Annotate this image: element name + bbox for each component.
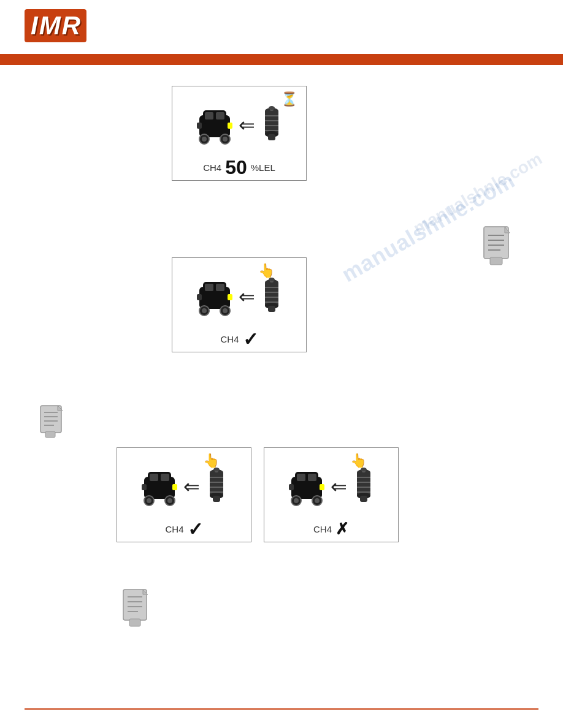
svg-rect-86 — [360, 496, 367, 502]
diagram-label-row-1: CH4 50 %LEL — [176, 158, 302, 176]
car-icon-4 — [288, 466, 326, 507]
diagram-box-4: 👆 ⇐ — [264, 447, 399, 542]
arrow-left-4: ⇐ — [331, 477, 347, 496]
svg-rect-56 — [161, 474, 169, 481]
svg-rect-61 — [142, 484, 147, 490]
svg-rect-82 — [320, 484, 324, 490]
svg-rect-62 — [172, 484, 177, 490]
ch4-label-3: CH4 — [165, 524, 183, 534]
cylinder-icon-1 — [260, 106, 283, 144]
logo-letter-i: I — [31, 13, 38, 39]
car-icon-3 — [140, 466, 178, 507]
svg-point-78 — [294, 498, 299, 503]
watermark-text: manualshnle.com — [410, 149, 546, 238]
diagram-box-2: 👆 ⇐ — [172, 257, 307, 352]
hourglass-icon: ⏳ — [281, 91, 297, 107]
cylinder-icon-3 — [205, 468, 228, 506]
ch4-label-2: CH4 — [220, 334, 239, 344]
logo-letter-r: R — [62, 13, 80, 39]
xmark-4: ✗ — [335, 520, 349, 539]
checkmark-3: ✓ — [188, 518, 203, 540]
diagram-top-row-4: 👆 ⇐ — [268, 453, 394, 520]
diagram-content-4: 👆 ⇐ — [264, 448, 398, 542]
reading-value-1: 50 — [225, 156, 247, 179]
svg-point-34 — [223, 308, 228, 313]
svg-rect-29 — [205, 284, 213, 291]
diagram-label-row-4: CH4 ✗ — [268, 520, 394, 538]
svg-rect-40 — [268, 306, 275, 312]
svg-rect-8 — [197, 123, 202, 129]
orange-bar — [0, 54, 563, 65]
svg-point-7 — [223, 137, 228, 142]
svg-rect-9 — [228, 123, 232, 129]
hand-icon-3: 👆 — [203, 453, 220, 469]
svg-rect-66 — [213, 496, 220, 502]
svg-rect-3 — [216, 112, 224, 119]
svg-rect-55 — [150, 474, 158, 481]
diagram-content-3: 👆 ⇐ — [117, 448, 251, 542]
logo-letter-m: M — [39, 13, 61, 39]
svg-rect-26 — [490, 257, 502, 265]
svg-rect-75 — [297, 474, 305, 481]
arrow-left-2: ⇐ — [239, 287, 255, 306]
cylinder-icon-2 — [260, 278, 283, 316]
arrow-left-3: ⇐ — [183, 477, 200, 496]
diagram-label-row-2: CH4 ✓ — [176, 330, 302, 348]
svg-point-5 — [202, 137, 207, 142]
logo-box: I M R — [25, 9, 86, 42]
svg-rect-98 — [129, 619, 140, 626]
svg-rect-81 — [289, 484, 294, 490]
svg-point-19 — [269, 106, 275, 110]
svg-rect-76 — [308, 474, 316, 481]
note-icon-right — [479, 226, 517, 272]
document-svg-bottom — [120, 588, 155, 629]
diagram-content-2: 👆 ⇐ — [172, 258, 306, 352]
ch4-label-4: CH4 — [313, 524, 332, 534]
ch4-label-1: CH4 — [203, 162, 221, 173]
svg-rect-36 — [228, 294, 232, 300]
arrow-left-1: ⇐ — [239, 115, 255, 135]
diagram-box-3: 👆 ⇐ — [117, 447, 251, 542]
svg-rect-2 — [205, 112, 213, 119]
diagram-content-1: ⏳ ⇐ — [172, 86, 306, 180]
unit-label-1: %LEL — [251, 162, 275, 173]
note-icon-bottom — [120, 588, 155, 631]
svg-point-58 — [147, 498, 151, 503]
svg-rect-52 — [45, 431, 55, 438]
svg-point-32 — [202, 308, 207, 313]
diagram-top-row-2: 👆 ⇐ — [176, 263, 302, 330]
header: I M R — [0, 0, 563, 67]
diagram-box-1: ⏳ ⇐ — [172, 86, 307, 181]
diagram-label-row-3: CH4 ✓ — [121, 520, 247, 538]
checkmark-2: ✓ — [243, 328, 258, 350]
car-icon-2 — [196, 276, 234, 317]
diagram-top-row-1: ⏳ ⇐ — [176, 91, 302, 158]
svg-rect-35 — [197, 294, 202, 300]
svg-rect-13 — [268, 134, 275, 140]
note-icon-left — [37, 404, 69, 444]
hand-icon-4: 👆 — [350, 453, 367, 469]
hand-icon-2: 👆 — [258, 263, 275, 279]
diagram-top-row-3: 👆 ⇐ — [121, 453, 247, 520]
svg-point-80 — [315, 498, 320, 503]
cylinder-icon-4 — [352, 468, 375, 506]
svg-point-60 — [167, 498, 172, 503]
svg-rect-30 — [216, 284, 224, 291]
logo-area: I M R — [25, 9, 123, 46]
document-svg-left — [37, 404, 69, 441]
document-svg-right — [479, 226, 517, 270]
bottom-bar — [25, 708, 538, 710]
car-icon-1 — [196, 104, 234, 146]
